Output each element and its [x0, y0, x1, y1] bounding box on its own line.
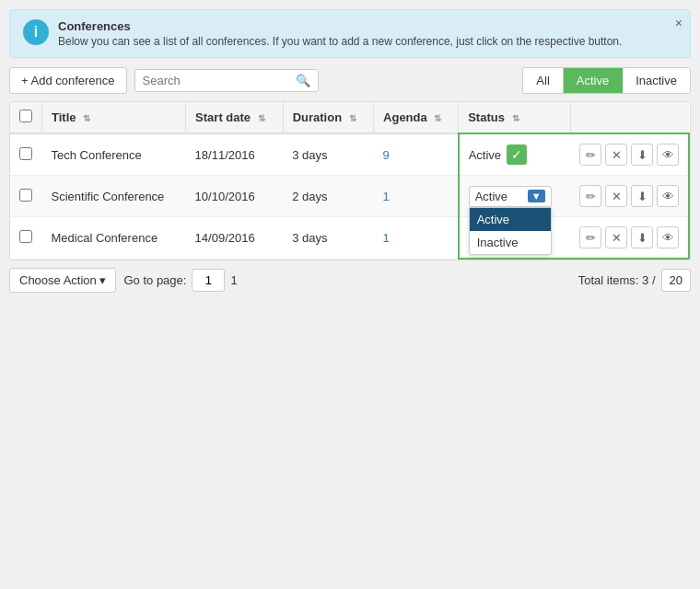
title-col-header: Title ⇅: [42, 102, 186, 133]
row2-status-label: Active: [475, 190, 508, 203]
actions-col-header: [570, 102, 689, 133]
row1-delete-icon[interactable]: ✕: [605, 144, 627, 166]
total-pages-label: 1: [230, 273, 237, 287]
add-conference-button[interactable]: + Add conference: [9, 67, 127, 94]
filter-active-button[interactable]: Active: [564, 68, 623, 93]
select-all-header: [10, 102, 42, 133]
row1-actions: ✏ ✕ ⬇ 👁: [570, 133, 689, 176]
row2-actions: ✏ ✕ ⬇ 👁: [570, 176, 689, 217]
row1-agenda: 9: [374, 133, 459, 176]
filter-all-button[interactable]: All: [523, 68, 563, 93]
row2-dropdown-arrow: ▼: [528, 190, 545, 202]
row2-title: Scientific Conference: [42, 176, 186, 217]
status-col-header: Status ⇅: [459, 102, 570, 133]
row2-delete-icon[interactable]: ✕: [605, 185, 627, 207]
duration-col-header: Duration ⇅: [283, 102, 373, 133]
row1-checkbox[interactable]: [19, 147, 32, 160]
row1-download-icon[interactable]: ⬇: [631, 144, 653, 166]
page-wrapper: i Conferences Below you can see a list o…: [0, 0, 700, 589]
select-all-checkbox[interactable]: [19, 110, 32, 122]
row2-checkbox-cell: [10, 176, 42, 217]
row3-download-icon[interactable]: ⬇: [631, 226, 653, 248]
per-page-box[interactable]: 20: [661, 269, 691, 292]
row1-status-checkmark[interactable]: ✓: [507, 144, 527, 165]
row1-status-cell: Active ✓: [459, 133, 570, 176]
row3-checkbox[interactable]: [19, 230, 32, 243]
total-info: Total items: 3 / 20: [578, 269, 691, 292]
row2-status-select[interactable]: Active ▼: [469, 186, 552, 207]
row1-title: Tech Conference: [42, 133, 186, 176]
choose-action-dropdown-arrow: ▾: [99, 273, 106, 287]
close-banner-button[interactable]: ×: [675, 16, 682, 30]
table-header-row: Title ⇅ Start date ⇅ Duration ⇅ Agenda ⇅: [10, 102, 689, 133]
row1-agenda-link[interactable]: 9: [383, 148, 390, 162]
row2-duration: 2 days: [283, 176, 373, 217]
row3-title: Medical Conference: [42, 217, 186, 260]
dropdown-option-active[interactable]: Active: [470, 208, 551, 231]
row1-status-label: Active: [469, 148, 501, 162]
page-input[interactable]: 1: [192, 269, 225, 292]
row2-view-icon[interactable]: 👁: [657, 185, 679, 207]
toolbar: + Add conference 🔍 All Active Inactive: [9, 67, 691, 94]
row2-action-icons: ✏ ✕ ⬇ 👁: [579, 185, 679, 207]
dropdown-option-inactive[interactable]: Inactive: [470, 231, 551, 254]
banner-text: Conferences Below you can see a list of …: [58, 19, 622, 48]
table-row: Tech Conference 18/11/2016 3 days 9 Acti…: [10, 133, 689, 176]
row1-start-date: 18/11/2016: [186, 133, 284, 176]
goto-label: Go to page:: [123, 273, 186, 287]
row2-agenda: 1: [374, 176, 459, 217]
row1-checkbox-cell: [10, 133, 42, 176]
row2-dropdown-menu: Active Inactive: [469, 207, 552, 255]
row3-actions: ✏ ✕ ⬇ 👁: [570, 217, 689, 260]
conferences-table: Title ⇅ Start date ⇅ Duration ⇅ Agenda ⇅: [10, 102, 690, 260]
banner-description: Below you can see a list of all conferen…: [58, 35, 622, 48]
row2-status-cell: Active ▼ Active Inactive: [459, 176, 570, 217]
row3-checkbox-cell: [10, 217, 42, 260]
conferences-table-container: Title ⇅ Start date ⇅ Duration ⇅ Agenda ⇅: [9, 101, 691, 260]
info-icon: i: [23, 19, 49, 45]
duration-sort-icon[interactable]: ⇅: [349, 113, 356, 123]
row2-agenda-link[interactable]: 1: [383, 190, 390, 203]
goto-page: Go to page: 1 1: [123, 269, 237, 292]
row3-agenda-link[interactable]: 1: [383, 231, 390, 245]
banner-title: Conferences: [58, 19, 622, 33]
row2-edit-icon[interactable]: ✏: [579, 185, 601, 207]
table-row: Medical Conference 14/09/2016 3 days 1 A…: [10, 217, 689, 260]
filter-buttons: All Active Inactive: [522, 67, 691, 94]
status-sort-icon[interactable]: ⇅: [512, 113, 519, 123]
row1-duration: 3 days: [283, 133, 373, 176]
choose-action-label: Choose Action: [19, 273, 97, 287]
start-date-sort-icon[interactable]: ⇅: [258, 113, 265, 123]
row3-duration: 3 days: [283, 217, 373, 260]
agenda-col-header: Agenda ⇅: [374, 102, 459, 133]
row3-delete-icon[interactable]: ✕: [605, 226, 627, 248]
row3-action-icons: ✏ ✕ ⬇ 👁: [579, 226, 679, 248]
row3-edit-icon[interactable]: ✏: [579, 226, 601, 248]
title-sort-icon[interactable]: ⇅: [83, 113, 90, 123]
row3-start-date: 14/09/2016: [186, 217, 284, 260]
row1-view-icon[interactable]: 👁: [657, 144, 679, 166]
start-date-col-header: Start date ⇅: [186, 102, 284, 133]
search-icon: 🔍: [296, 74, 310, 87]
search-input[interactable]: [143, 74, 290, 87]
agenda-sort-icon[interactable]: ⇅: [434, 113, 441, 123]
row1-status-active: Active ✓: [469, 144, 561, 165]
filter-inactive-button[interactable]: Inactive: [623, 68, 690, 93]
row2-checkbox[interactable]: [19, 189, 32, 202]
row3-agenda: 1: [374, 217, 459, 260]
search-box: 🔍: [134, 69, 319, 92]
row3-view-icon[interactable]: 👁: [657, 226, 679, 248]
table-row: Scientific Conference 10/10/2016 2 days …: [10, 176, 689, 217]
row2-start-date: 10/10/2016: [186, 176, 284, 217]
row2-status-dropdown-wrapper: Active ▼ Active Inactive: [469, 186, 552, 207]
info-banner: i Conferences Below you can see a list o…: [9, 9, 691, 58]
choose-action-button[interactable]: Choose Action ▾: [9, 268, 116, 293]
row2-download-icon[interactable]: ⬇: [631, 185, 653, 207]
row1-action-icons: ✏ ✕ ⬇ 👁: [579, 144, 679, 166]
table-footer: Choose Action ▾ Go to page: 1 1 Total it…: [9, 268, 691, 293]
row1-edit-icon[interactable]: ✏: [579, 144, 601, 166]
total-label: Total items: 3 /: [578, 273, 656, 287]
